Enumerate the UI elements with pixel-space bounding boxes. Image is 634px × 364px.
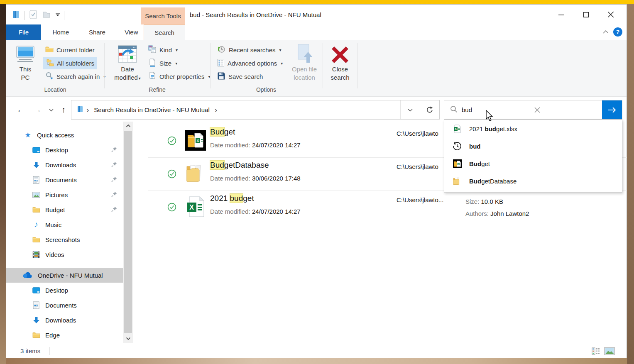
sidebar-item-onedrive[interactable]: OneDrive - NFU Mutual [6,268,123,283]
ribbon-tab-row: File Home Share View Search [6,24,627,40]
group-label-location: Location [6,86,104,93]
sidebar-item-label: Edge [45,332,60,339]
sidebar-item-screenshots[interactable]: Screenshots [6,232,123,247]
sidebar-item-edge[interactable]: Edge [6,327,123,342]
sidebar-item-documents[interactable]: Documents [6,172,123,187]
sidebar-item-label: Desktop [45,287,68,294]
tab-search-active[interactable]: Search [144,24,185,40]
search-icon [450,105,458,115]
onedrive-cloud-icon [22,272,33,278]
tab-file[interactable]: File [6,24,41,40]
search-input[interactable]: bud [444,100,622,120]
sidebar-item-label: Documents [45,302,77,309]
result-name: BudgetDatabase [210,161,269,170]
sidebar-item-onedrive-documents[interactable]: Documents [6,298,123,313]
recent-locations-chevron[interactable] [46,100,56,120]
scrollbar-up-arrow[interactable] [123,122,133,130]
properties-icon[interactable] [28,10,38,21]
clear-search-icon[interactable] [529,100,546,119]
suggestion-budget-folder[interactable]: X Budget [444,155,622,172]
wallpaper-right [627,4,634,364]
maximize-button[interactable] [573,5,598,24]
kind-button[interactable]: Kind ▾ [146,44,180,56]
open-file-location-label: Open file [292,65,317,73]
collapse-ribbon-icon[interactable] [602,28,609,36]
pictures-icon [32,192,40,198]
tab-share[interactable]: Share [81,24,114,40]
search-term-highlight: Bud [210,127,224,136]
advanced-options-label: Advanced options [228,60,277,67]
qat-customize-icon[interactable] [55,12,61,19]
scrollbar-down-arrow[interactable] [123,335,133,343]
size-button[interactable]: Size ▾ [146,57,180,69]
details-view-icon[interactable] [592,347,600,357]
minimize-button[interactable] [548,5,573,24]
sidebar-item-onedrive-desktop[interactable]: Desktop [6,283,123,298]
suggestion-budgetdatabase-folder[interactable]: BudgetDatabase [444,172,622,190]
refresh-button[interactable] [420,100,439,119]
close-button[interactable] [598,5,623,24]
sidebar-scrollbar[interactable] [123,122,133,343]
group-separator [357,43,358,88]
folder-icon [32,332,40,338]
folder-icon [32,236,40,243]
search-again-label: Search again in [56,73,100,80]
large-icons-view-icon[interactable] [604,347,615,357]
forward-button[interactable]: → [30,100,44,120]
date-modified-label2: modified▾ [114,73,141,83]
current-folder-button[interactable]: Current folder [43,44,97,56]
sidebar-item-pictures[interactable]: Pictures [6,187,123,202]
address-bar[interactable]: › Search Results in OneDrive - NFU Mutua… [71,100,440,120]
date-modified-button[interactable]: Date modified▾ [111,42,144,83]
sidebar-item-label: Downloads [45,161,76,169]
tab-view[interactable]: View [115,24,147,40]
other-properties-button[interactable]: Other properties ▾ [146,70,213,83]
up-button[interactable]: ↑ [57,100,70,120]
options-small-buttons: Recent searches ▾ Advanced options ▾ Sav… [215,44,285,83]
ribbon-extras: ? [602,27,622,37]
close-search-button[interactable]: Close search [325,42,355,82]
open-file-location-button[interactable]: Open file location [288,42,321,82]
scrollbar-thumb[interactable] [124,131,132,333]
this-pc-button[interactable]: This PC [10,42,40,82]
mouse-cursor [485,110,494,124]
recent-searches-button[interactable]: Recent searches ▾ [215,44,284,56]
sidebar-item-quick-access[interactable]: ★ Quick access [6,127,123,142]
quick-access-star-icon: ★ [24,131,32,139]
suggestion-2021-budget-xlsx[interactable]: X 2021 budget.xlsx [444,120,622,137]
address-dropdown-button[interactable] [400,100,420,119]
sidebar-item-videos[interactable]: Videos [6,247,123,262]
new-folder-icon[interactable] [42,10,51,21]
selected-check-icon[interactable] [167,203,176,213]
sidebar-item-music[interactable]: ♪ Music [6,217,123,232]
sidebar-item-label: Quick access [37,132,74,139]
excel-file-icon: X [185,196,206,217]
group-separator [323,43,323,88]
sidebar-item-downloads[interactable]: Downloads [6,157,123,172]
group-label-refine: Refine [104,86,210,93]
sidebar-item-onedrive-downloads[interactable]: Downloads [6,313,123,327]
sidebar-item-label: Downloads [45,317,76,324]
breadcrumb[interactable]: Search Results in OneDrive - NFU Mutual [94,106,209,113]
svg-text:X: X [196,139,199,143]
selected-check-icon[interactable] [167,169,176,180]
advanced-options-icon [217,59,225,68]
back-button[interactable]: ← [13,100,29,120]
suggestion-bud-history[interactable]: bud [444,137,622,155]
sidebar-item-desktop[interactable]: Desktop [6,142,123,157]
all-subfolders-button[interactable]: All subfolders [43,57,97,69]
selected-check-icon[interactable] [167,136,176,147]
excel-folder-thumbnail-icon: X [185,130,206,151]
sidebar-item-label: OneDrive - NFU Mutual [38,272,103,279]
date-modified-icon [117,42,137,64]
tab-home[interactable]: Home [43,24,78,40]
desktop-icon [32,287,40,293]
sidebar-item-budget[interactable]: Budget [6,202,123,217]
sidebar-item-label: Documents [45,176,77,183]
help-icon[interactable]: ? [613,27,622,37]
result-row-2021-budget[interactable]: X 2021 budget Date modified: 24/07/2020 … [133,191,627,224]
save-search-button[interactable]: Save search [215,70,265,83]
search-again-in-button[interactable]: Search again in ▾ [43,70,108,83]
advanced-options-button[interactable]: Advanced options ▾ [215,57,285,69]
search-go-button[interactable] [602,100,622,119]
